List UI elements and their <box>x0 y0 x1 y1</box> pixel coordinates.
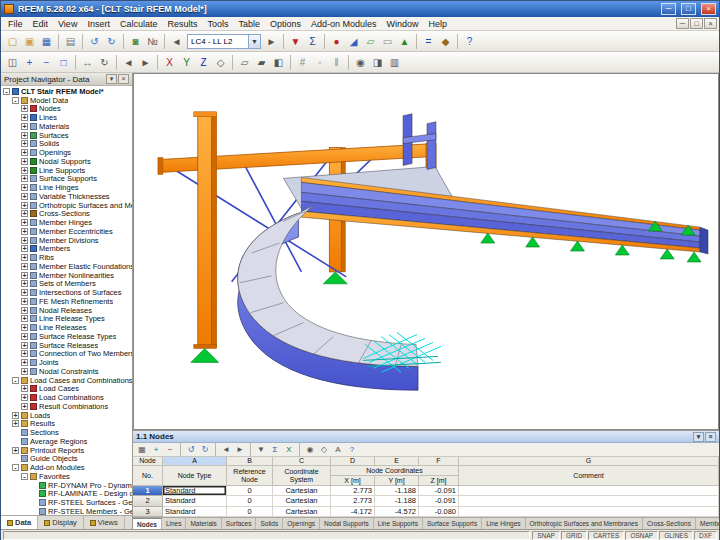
solid-display-icon[interactable]: ▰ <box>253 54 270 71</box>
status-toggle-cartes[interactable]: CARTES <box>588 531 624 540</box>
tree-item-joints[interactable]: +Joints <box>1 358 132 367</box>
snap-toggle-icon[interactable]: ◦ <box>311 54 328 71</box>
new-opening-icon[interactable]: ▭ <box>379 33 396 50</box>
cell-type[interactable]: Standard <box>163 507 227 517</box>
col-letter-d[interactable]: D <box>331 457 375 466</box>
tree-item-member-divisions[interactable]: +Member Divisions <box>1 236 132 245</box>
redo-table-icon[interactable]: ↻ <box>198 443 212 456</box>
col-letter-a[interactable]: A <box>163 457 227 466</box>
import-export-icon[interactable]: X <box>282 443 296 456</box>
show-results-icon[interactable]: Σ <box>304 33 321 50</box>
expand-icon[interactable]: + <box>21 315 28 322</box>
delete-row-icon[interactable]: − <box>163 443 177 456</box>
pan-view-icon[interactable]: ↔ <box>79 54 96 71</box>
status-toggle-dxf[interactable]: DXF <box>694 531 717 540</box>
tree-item-member-nonlinearities[interactable]: +Member Nonlinearities <box>1 271 132 280</box>
row-header[interactable]: 2 <box>133 496 163 506</box>
redo-icon[interactable]: ↻ <box>103 33 120 50</box>
menu-view[interactable]: View <box>53 18 82 30</box>
expand-icon[interactable]: + <box>12 447 19 454</box>
expand-icon[interactable]: + <box>21 289 28 296</box>
cell-y[interactable]: -1.188 <box>375 496 419 506</box>
table-tab-nodal-supports[interactable]: Nodal Supports <box>320 518 374 529</box>
undo-icon[interactable]: ↺ <box>86 33 103 50</box>
cell-z[interactable]: -0.091 <box>419 496 459 506</box>
expand-icon[interactable]: + <box>21 368 28 375</box>
col-letter-c[interactable]: C <box>273 457 331 466</box>
expand-icon[interactable]: + <box>21 184 28 191</box>
calculate-icon[interactable]: = <box>420 33 437 50</box>
col-letter-f[interactable]: F <box>419 457 459 466</box>
tree-item-nodes[interactable]: +Nodes <box>1 105 132 114</box>
expand-icon[interactable]: + <box>21 237 28 244</box>
menu-table[interactable]: Table <box>233 18 265 30</box>
tree-item-surface-supports[interactable]: +Surface Supports <box>1 175 132 184</box>
tree-item-model-data[interactable]: -Model Data <box>1 96 132 105</box>
visibility-icon[interactable]: ◉ <box>352 54 369 71</box>
isometric-view-icon[interactable]: ◇ <box>212 54 229 71</box>
cell-type[interactable]: Standard <box>163 496 227 506</box>
expand-icon[interactable]: + <box>21 403 28 410</box>
row-header[interactable]: 1 <box>133 486 163 496</box>
tree-item-line-releases[interactable]: +Line Releases <box>1 323 132 332</box>
expand-icon[interactable]: + <box>12 412 19 419</box>
cell-coord[interactable]: Cartesian <box>273 486 331 496</box>
select-in-graphic-icon[interactable]: ◉ <box>303 443 317 456</box>
menu-window[interactable]: Window <box>382 18 424 30</box>
table-tab-cross-sections[interactable]: Cross-Sections <box>643 518 696 529</box>
tree-item-member-hinges[interactable]: +Member Hinges <box>1 218 132 227</box>
jump-first-icon[interactable]: ◄ <box>219 443 233 456</box>
tree-item-nodal-releases[interactable]: +Nodal Releases <box>1 306 132 315</box>
render-mode-icon[interactable]: ◙ <box>127 33 144 50</box>
zoom-all-icon[interactable]: □ <box>55 54 72 71</box>
load-case-selector[interactable]: LC4 - LL L2 ▼ <box>187 34 261 49</box>
tree-item-line-release-types[interactable]: +Line Release Types <box>1 315 132 324</box>
tree-item-clt-stair-rfem-model[interactable]: -CLT Stair RFEM Model* <box>1 87 132 96</box>
expand-icon[interactable]: + <box>21 385 28 392</box>
navigator-tab-data[interactable]: Data <box>1 516 38 529</box>
table-tab-member-hinges[interactable]: Member Hinges <box>696 518 719 529</box>
tree-item-intersections-of-surfaces[interactable]: +Intersections of Surfaces <box>1 288 132 297</box>
status-toggle-snap[interactable]: SNAP <box>532 531 560 540</box>
cell-coord[interactable]: Cartesian <box>273 507 331 517</box>
expand-icon[interactable]: + <box>21 280 28 287</box>
table-tab-surface-supports[interactable]: Surface Supports <box>423 518 482 529</box>
menu-help[interactable]: Help <box>424 18 453 30</box>
sum-values-icon[interactable]: Σ <box>268 443 282 456</box>
expand-icon[interactable]: + <box>21 333 28 340</box>
status-toggle-grid[interactable]: GRID <box>561 531 587 540</box>
tree-item-cross-sections[interactable]: +Cross-Sections <box>1 210 132 219</box>
tree-item-average-regions[interactable]: Average Regions <box>1 437 132 446</box>
expand-icon[interactable]: + <box>21 123 28 130</box>
tree-item-results[interactable]: +Results <box>1 420 132 429</box>
show-loads-icon[interactable]: ▼ <box>287 33 304 50</box>
tree-item-rf-dynam-pro-dynamic-an[interactable]: RF-DYNAM Pro - Dynamic an <box>1 481 132 490</box>
tree-item-load-cases[interactable]: +Load Cases <box>1 385 132 394</box>
grid-toggle-icon[interactable]: # <box>294 54 311 71</box>
tree-item-rf-laminate-design-of-lam[interactable]: RF-LAMINATE - Design of lam <box>1 490 132 499</box>
cell-comment[interactable] <box>459 507 719 517</box>
open-model-icon[interactable]: ▣ <box>21 33 38 50</box>
maximize-button[interactable]: □ <box>681 3 696 15</box>
table-pin-icon[interactable]: ▾ <box>693 432 704 442</box>
table-tab-line-hinges[interactable]: Line Hinges <box>482 518 525 529</box>
tree-item-member-elastic-foundations[interactable]: +Member Elastic Foundations <box>1 262 132 271</box>
tree-item-favorites[interactable]: -Favorites <box>1 472 132 481</box>
table-close-icon[interactable]: × <box>705 432 716 442</box>
table-tab-nodes[interactable]: Nodes <box>133 518 162 529</box>
cell-ref[interactable]: 0 <box>227 496 273 506</box>
expand-icon[interactable]: + <box>21 342 28 349</box>
table-tab-openings[interactable]: Openings <box>283 518 320 529</box>
tree-item-add-on-modules[interactable]: -Add-on Modules <box>1 463 132 472</box>
tree-item-loads[interactable]: +Loads <box>1 411 132 420</box>
cell-comment[interactable] <box>459 486 719 496</box>
cell-x[interactable]: 2.773 <box>331 486 375 496</box>
table-tab-orthotropic-surfaces-and-membranes[interactable]: Orthotropic Surfaces and Membranes <box>526 518 643 529</box>
mdi-restore-button[interactable]: □ <box>690 18 703 29</box>
expand-icon[interactable]: + <box>21 158 28 165</box>
tree-item-variable-thicknesses[interactable]: +Variable Thicknesses <box>1 192 132 201</box>
expand-icon[interactable]: + <box>21 394 28 401</box>
expand-icon[interactable]: + <box>21 219 28 226</box>
cell-coord[interactable]: Cartesian <box>273 496 331 506</box>
expand-icon[interactable]: + <box>21 228 28 235</box>
